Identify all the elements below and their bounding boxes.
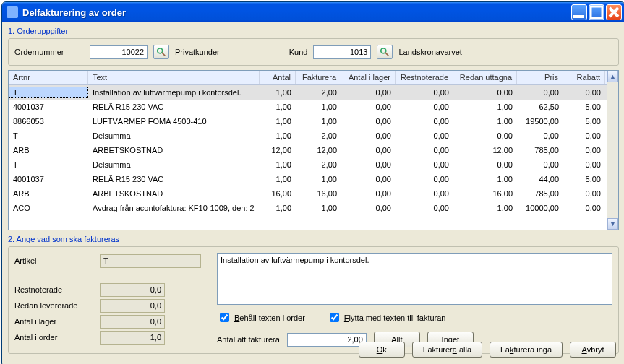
scroll-down-button[interactable]: ▼ (607, 218, 618, 230)
scroll-up-button[interactable]: ▲ (607, 71, 618, 82)
cell-rest: 0,00 (396, 173, 453, 185)
cell-antal: 16,00 (260, 188, 296, 199)
cell-rest: 0,00 (396, 202, 453, 214)
cell-antal: -1,00 (260, 202, 296, 214)
cell-rest: 0,00 (396, 188, 453, 199)
cell-fakturera: 2,00 (296, 130, 341, 142)
cell-fakturera: -1,00 (296, 202, 341, 214)
cell-antal: 1,00 (260, 159, 296, 170)
cell-rest: 0,00 (396, 144, 453, 156)
cell-lager: 0,00 (341, 87, 396, 98)
col-rabatt[interactable]: Rabatt (563, 71, 605, 84)
magnifier-icon (380, 47, 390, 57)
cell-rabatt: 5,00 (563, 116, 605, 127)
cell-lager: 0,00 (341, 202, 396, 214)
table-row[interactable]: TInstallation av luftvärmepump i kontors… (9, 85, 607, 100)
ok-button[interactable]: Ok (359, 342, 405, 358)
kund-lookup-button[interactable] (377, 45, 393, 59)
cell-text: Delsumma (88, 159, 260, 170)
antal-order-label: Antal i order (14, 333, 100, 342)
cell-text: Delsumma (88, 130, 260, 142)
cell-redan: -1,00 (453, 202, 517, 214)
vertical-scrollbar[interactable]: ▲ ▼ (607, 71, 618, 230)
table-row[interactable]: ACOAvdrag från acontofaktura: KF10-1009,… (9, 201, 607, 215)
table-row[interactable]: 4001037RELÄ R15 230 VAC1,001,000,000,001… (9, 100, 607, 114)
cell-lager: 0,00 (341, 130, 396, 142)
col-artnr[interactable]: Artnr (9, 71, 88, 84)
maximize-button[interactable] (589, 4, 604, 20)
cell-artnr: 4001037 (9, 101, 88, 113)
table-row[interactable]: ARBARBETSKOSTNAD12,0012,000,000,0012,007… (9, 143, 607, 157)
table-header: Artnr Text Antal Fakturera Antal i lager… (9, 71, 618, 85)
window-title: Delfakturering av order (22, 7, 126, 18)
behall-text-checkbox[interactable]: Behåll texten i order (217, 311, 305, 324)
dialog-window: Delfakturering av order 1. Orderuppgifte… (1, 1, 624, 364)
col-text[interactable]: Text (88, 71, 260, 84)
cell-lager: 0,00 (341, 188, 396, 199)
table-row[interactable]: 8866053LUFTVÄRMEP FOMA 4500-4101,001,000… (9, 114, 607, 129)
cell-rest: 0,00 (396, 87, 453, 98)
kund-name-label: Landskronavarvet (398, 48, 461, 56)
behall-check-input[interactable] (220, 313, 229, 322)
fakturera-alla-button[interactable]: Fakturera alla (412, 342, 482, 358)
cell-text: Avdrag från acontofaktura: KF10-1009, de… (88, 202, 260, 214)
table-row[interactable]: ARBARBETSKOSTNAD16,0016,000,000,0016,007… (9, 186, 607, 201)
cell-fakturera: 1,00 (296, 116, 341, 127)
flytta-text-checkbox[interactable]: Flytta med texten till fakturan (327, 311, 446, 324)
ordernr-lookup-button[interactable] (153, 45, 169, 59)
cell-artnr: T (9, 159, 88, 170)
cell-rabatt: 0,00 (563, 130, 605, 142)
artikel-field (100, 254, 201, 268)
cell-artnr: 8866053 (9, 116, 88, 127)
cell-artnr: 4001037 (9, 173, 88, 185)
magnifier-icon (156, 47, 166, 57)
svg-point-2 (158, 48, 163, 53)
antal-fakturera-input[interactable] (287, 333, 367, 347)
cell-fakturera: 2,00 (296, 87, 341, 98)
order-info-group: Ordernummer Privatkunder Kund Landskrona… (8, 38, 619, 66)
restnoterade-label: Restnoterade (14, 285, 100, 294)
fakturera-inga-button[interactable]: Fakturera inga (490, 342, 563, 358)
col-restnoterade[interactable]: Restnoterade (396, 71, 453, 84)
svg-line-5 (385, 53, 388, 56)
kund-input[interactable] (313, 46, 371, 59)
cell-pris: 0,00 (517, 159, 563, 170)
table-row[interactable]: TDelsumma1,002,000,000,000,000,000,00 (9, 157, 607, 172)
section1-link[interactable]: 1. Orderuppgifter (8, 27, 68, 35)
order-lines-table[interactable]: Artnr Text Antal Fakturera Antal i lager… (8, 70, 619, 230)
antal-lager-label: Antal i lager (14, 317, 100, 326)
ordernr-input[interactable] (90, 46, 148, 59)
cell-artnr: T (9, 130, 88, 142)
avbryt-button[interactable]: Avbryt (570, 342, 616, 358)
cell-rest: 0,00 (396, 101, 453, 113)
cell-pris: 10000,00 (517, 202, 563, 214)
cell-redan: 1,00 (453, 116, 517, 127)
cell-rest: 0,00 (396, 116, 453, 127)
close-button[interactable] (606, 4, 622, 20)
col-pris[interactable]: Pris (517, 71, 563, 84)
col-redan[interactable]: Redan uttagna (453, 71, 517, 84)
cell-text: Installation av luftvärmepump i kontorsd… (88, 87, 260, 98)
flytta-check-input[interactable] (330, 313, 339, 322)
cell-rabatt: 0,00 (563, 188, 605, 199)
cell-lager: 0,00 (341, 101, 396, 113)
cell-pris: 0,00 (517, 130, 563, 142)
scroll-track[interactable] (607, 82, 618, 218)
cell-pris: 785,00 (517, 188, 563, 199)
cell-rest: 0,00 (396, 130, 453, 142)
cell-fakturera: 1,00 (296, 173, 341, 185)
cell-lager: 0,00 (341, 116, 396, 127)
col-fakturera[interactable]: Fakturera (296, 71, 341, 84)
col-antal-lager[interactable]: Antal i lager (341, 71, 396, 84)
cell-text: RELÄ R15 230 VAC (88, 101, 260, 113)
minimize-button[interactable] (571, 4, 587, 20)
section2-link[interactable]: 2. Ange vad som ska faktureras (8, 235, 119, 243)
col-antal[interactable]: Antal (260, 71, 296, 84)
cell-redan: 16,00 (453, 188, 517, 199)
description-textarea[interactable]: Installation av luftvärmepump i kontorsd… (217, 253, 612, 305)
titlebar[interactable]: Delfakturering av order (2, 2, 624, 22)
table-row[interactable]: 4001037RELÄ R15 230 VAC1,001,000,000,001… (9, 172, 607, 186)
cell-rabatt: 0,00 (563, 87, 605, 98)
table-row[interactable]: TDelsumma1,002,000,000,000,000,000,00 (9, 129, 607, 143)
cell-rabatt: 0,00 (563, 144, 605, 156)
